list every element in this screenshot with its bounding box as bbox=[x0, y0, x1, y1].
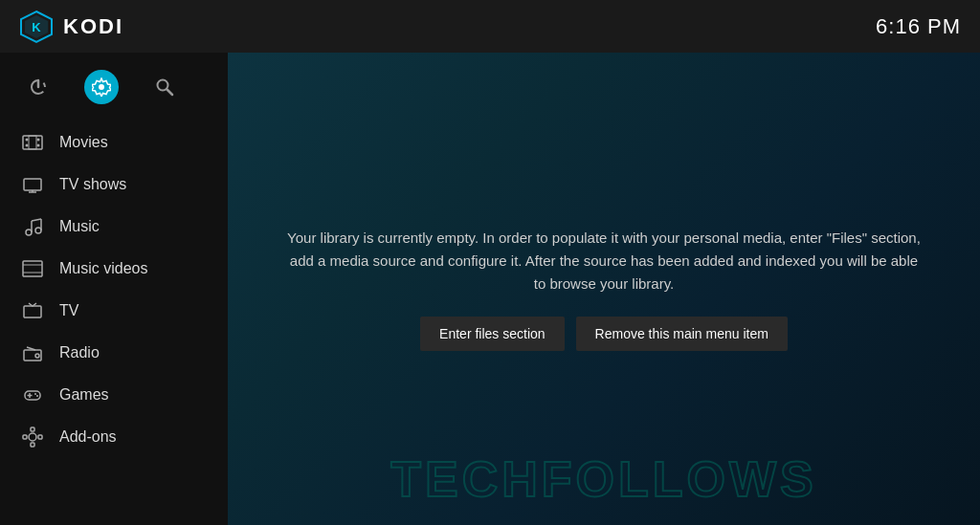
empty-library-message: Your library is currently empty. In orde… bbox=[285, 227, 923, 295]
sidebar-item-music-videos[interactable]: Music videos bbox=[0, 248, 228, 290]
content-area: Your library is currently empty. In orde… bbox=[228, 53, 980, 525]
sidebar-label-radio: Radio bbox=[59, 344, 100, 361]
svg-point-10 bbox=[26, 144, 29, 147]
svg-rect-13 bbox=[29, 136, 36, 149]
clock: 6:16 PM bbox=[876, 14, 961, 39]
power-icon bbox=[29, 77, 48, 97]
svg-point-11 bbox=[37, 139, 40, 142]
sidebar-label-music-videos: Music videos bbox=[59, 260, 147, 277]
tv-icon bbox=[21, 299, 44, 322]
music-videos-icon bbox=[21, 257, 44, 280]
main-layout: Movies TV shows Music Music videos TV bbox=[0, 53, 980, 525]
svg-text:K: K bbox=[32, 20, 41, 34]
svg-line-21 bbox=[32, 219, 41, 221]
sidebar-item-tv[interactable]: TV bbox=[0, 290, 228, 332]
svg-rect-14 bbox=[24, 179, 41, 190]
sidebar-item-add-ons[interactable]: Add-ons bbox=[0, 416, 228, 458]
sidebar-item-music[interactable]: Music bbox=[0, 206, 228, 248]
sidebar: Movies TV shows Music Music videos TV bbox=[0, 53, 228, 525]
sidebar-item-tvshows[interactable]: TV shows bbox=[0, 164, 228, 206]
games-icon bbox=[21, 383, 44, 406]
music-icon bbox=[21, 215, 44, 238]
svg-point-18 bbox=[35, 228, 41, 233]
svg-point-33 bbox=[36, 395, 38, 397]
techfollows-watermark: TECHFOLLOWS bbox=[390, 450, 817, 508]
sidebar-label-movies: Movies bbox=[59, 134, 108, 151]
svg-rect-36 bbox=[31, 443, 34, 447]
content-buttons: Enter files section Remove this main men… bbox=[420, 317, 788, 351]
svg-point-12 bbox=[37, 144, 40, 147]
svg-rect-22 bbox=[23, 261, 42, 276]
search-button[interactable] bbox=[147, 70, 182, 104]
sidebar-item-radio[interactable]: Radio bbox=[0, 332, 228, 374]
sidebar-label-games: Games bbox=[59, 386, 109, 404]
sidebar-label-add-ons: Add-ons bbox=[59, 428, 117, 446]
svg-rect-35 bbox=[31, 427, 34, 431]
power-button[interactable] bbox=[21, 70, 56, 104]
tvshows-icon bbox=[21, 173, 44, 196]
top-bar: K KODI 6:16 PM bbox=[0, 0, 980, 53]
svg-rect-8 bbox=[23, 136, 42, 149]
sidebar-item-games[interactable]: Games bbox=[0, 374, 228, 416]
sidebar-top-icons bbox=[0, 60, 228, 121]
enter-files-section-button[interactable]: Enter files section bbox=[420, 317, 565, 351]
sidebar-label-tv: TV bbox=[59, 302, 78, 319]
sidebar-label-tvshows: TV shows bbox=[59, 176, 126, 193]
sidebar-label-music: Music bbox=[59, 218, 100, 235]
svg-rect-25 bbox=[24, 306, 41, 317]
svg-point-32 bbox=[34, 393, 36, 395]
addons-icon bbox=[21, 426, 44, 448]
settings-button[interactable] bbox=[84, 70, 119, 104]
sidebar-item-movies[interactable]: Movies bbox=[0, 121, 228, 164]
svg-point-34 bbox=[29, 433, 36, 441]
search-icon bbox=[155, 77, 174, 97]
svg-rect-38 bbox=[38, 435, 42, 439]
gear-icon bbox=[92, 77, 111, 97]
kodi-logo-icon: K bbox=[19, 10, 54, 44]
svg-point-17 bbox=[26, 230, 32, 235]
content-inner: Your library is currently empty. In orde… bbox=[228, 227, 980, 351]
svg-point-28 bbox=[35, 354, 39, 358]
radio-icon bbox=[21, 341, 44, 364]
movies-icon bbox=[21, 131, 44, 154]
svg-point-5 bbox=[99, 84, 104, 90]
logo-area: K KODI bbox=[19, 10, 123, 44]
svg-rect-37 bbox=[23, 435, 27, 439]
app-title: KODI bbox=[63, 14, 123, 39]
remove-menu-item-button[interactable]: Remove this main menu item bbox=[576, 317, 788, 351]
svg-line-7 bbox=[167, 90, 173, 96]
svg-point-9 bbox=[26, 139, 29, 142]
